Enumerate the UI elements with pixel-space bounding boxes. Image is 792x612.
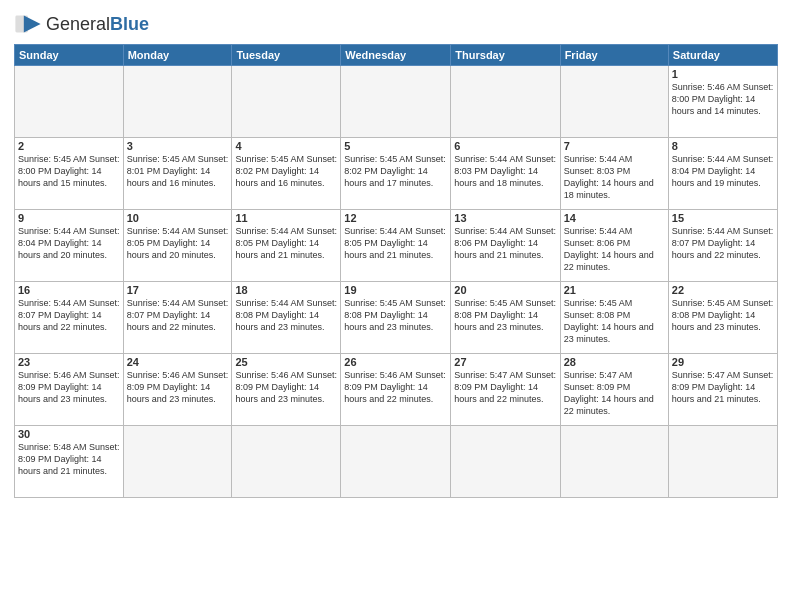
- day-number: 4: [235, 140, 337, 152]
- calendar-cell: 12Sunrise: 5:44 AM Sunset: 8:05 PM Dayli…: [341, 210, 451, 282]
- day-number: 27: [454, 356, 556, 368]
- day-number: 9: [18, 212, 120, 224]
- day-info: Sunrise: 5:44 AM Sunset: 8:07 PM Dayligh…: [18, 297, 120, 333]
- day-number: 11: [235, 212, 337, 224]
- day-number: 1: [672, 68, 774, 80]
- calendar-cell: 14Sunrise: 5:44 AM Sunset: 8:06 PM Dayli…: [560, 210, 668, 282]
- calendar-cell: [560, 426, 668, 498]
- svg-marker-1: [24, 16, 41, 33]
- calendar-cell: 27Sunrise: 5:47 AM Sunset: 8:09 PM Dayli…: [451, 354, 560, 426]
- calendar-cell: 5Sunrise: 5:45 AM Sunset: 8:02 PM Daylig…: [341, 138, 451, 210]
- day-info: Sunrise: 5:45 AM Sunset: 8:00 PM Dayligh…: [18, 153, 120, 189]
- day-number: 22: [672, 284, 774, 296]
- calendar-cell: 28Sunrise: 5:47 AM Sunset: 8:09 PM Dayli…: [560, 354, 668, 426]
- day-info: Sunrise: 5:46 AM Sunset: 8:09 PM Dayligh…: [235, 369, 337, 405]
- calendar-cell: 23Sunrise: 5:46 AM Sunset: 8:09 PM Dayli…: [15, 354, 124, 426]
- calendar-cell: 20Sunrise: 5:45 AM Sunset: 8:08 PM Dayli…: [451, 282, 560, 354]
- header: GeneralBlue: [14, 10, 778, 38]
- day-info: Sunrise: 5:45 AM Sunset: 8:08 PM Dayligh…: [564, 297, 665, 346]
- calendar-cell: 6Sunrise: 5:44 AM Sunset: 8:03 PM Daylig…: [451, 138, 560, 210]
- day-info: Sunrise: 5:45 AM Sunset: 8:02 PM Dayligh…: [344, 153, 447, 189]
- day-number: 7: [564, 140, 665, 152]
- day-number: 29: [672, 356, 774, 368]
- calendar: SundayMondayTuesdayWednesdayThursdayFrid…: [14, 44, 778, 498]
- calendar-cell: 17Sunrise: 5:44 AM Sunset: 8:07 PM Dayli…: [123, 282, 232, 354]
- day-number: 16: [18, 284, 120, 296]
- weekday-header-sunday: Sunday: [15, 45, 124, 66]
- week-row-2: 2Sunrise: 5:45 AM Sunset: 8:00 PM Daylig…: [15, 138, 778, 210]
- day-number: 18: [235, 284, 337, 296]
- calendar-cell: [451, 426, 560, 498]
- day-info: Sunrise: 5:44 AM Sunset: 8:06 PM Dayligh…: [564, 225, 665, 274]
- day-info: Sunrise: 5:47 AM Sunset: 8:09 PM Dayligh…: [564, 369, 665, 418]
- day-info: Sunrise: 5:44 AM Sunset: 8:04 PM Dayligh…: [18, 225, 120, 261]
- weekday-header-thursday: Thursday: [451, 45, 560, 66]
- day-number: 2: [18, 140, 120, 152]
- calendar-cell: 19Sunrise: 5:45 AM Sunset: 8:08 PM Dayli…: [341, 282, 451, 354]
- calendar-cell: [232, 426, 341, 498]
- day-number: 25: [235, 356, 337, 368]
- calendar-cell: [341, 426, 451, 498]
- day-number: 20: [454, 284, 556, 296]
- page: GeneralBlue SundayMondayTuesdayWednesday…: [0, 0, 792, 612]
- day-info: Sunrise: 5:47 AM Sunset: 8:09 PM Dayligh…: [454, 369, 556, 405]
- day-number: 5: [344, 140, 447, 152]
- calendar-cell: 2Sunrise: 5:45 AM Sunset: 8:00 PM Daylig…: [15, 138, 124, 210]
- day-info: Sunrise: 5:44 AM Sunset: 8:03 PM Dayligh…: [454, 153, 556, 189]
- week-row-6: 30Sunrise: 5:48 AM Sunset: 8:09 PM Dayli…: [15, 426, 778, 498]
- calendar-cell: [123, 426, 232, 498]
- calendar-cell: [668, 426, 777, 498]
- day-info: Sunrise: 5:44 AM Sunset: 8:05 PM Dayligh…: [127, 225, 229, 261]
- calendar-cell: 21Sunrise: 5:45 AM Sunset: 8:08 PM Dayli…: [560, 282, 668, 354]
- calendar-cell: 7Sunrise: 5:44 AM Sunset: 8:03 PM Daylig…: [560, 138, 668, 210]
- calendar-cell: 3Sunrise: 5:45 AM Sunset: 8:01 PM Daylig…: [123, 138, 232, 210]
- weekday-header-tuesday: Tuesday: [232, 45, 341, 66]
- calendar-cell: [451, 66, 560, 138]
- day-info: Sunrise: 5:45 AM Sunset: 8:01 PM Dayligh…: [127, 153, 229, 189]
- day-number: 10: [127, 212, 229, 224]
- calendar-cell: 16Sunrise: 5:44 AM Sunset: 8:07 PM Dayli…: [15, 282, 124, 354]
- weekday-header-monday: Monday: [123, 45, 232, 66]
- day-info: Sunrise: 5:44 AM Sunset: 8:07 PM Dayligh…: [127, 297, 229, 333]
- day-info: Sunrise: 5:44 AM Sunset: 8:06 PM Dayligh…: [454, 225, 556, 261]
- day-number: 24: [127, 356, 229, 368]
- day-number: 21: [564, 284, 665, 296]
- day-number: 14: [564, 212, 665, 224]
- calendar-cell: [123, 66, 232, 138]
- calendar-cell: 26Sunrise: 5:46 AM Sunset: 8:09 PM Dayli…: [341, 354, 451, 426]
- week-row-5: 23Sunrise: 5:46 AM Sunset: 8:09 PM Dayli…: [15, 354, 778, 426]
- calendar-cell: [15, 66, 124, 138]
- calendar-cell: 11Sunrise: 5:44 AM Sunset: 8:05 PM Dayli…: [232, 210, 341, 282]
- day-info: Sunrise: 5:48 AM Sunset: 8:09 PM Dayligh…: [18, 441, 120, 477]
- calendar-cell: [341, 66, 451, 138]
- day-info: Sunrise: 5:45 AM Sunset: 8:08 PM Dayligh…: [344, 297, 447, 333]
- logo-text: GeneralBlue: [46, 14, 149, 35]
- calendar-cell: 13Sunrise: 5:44 AM Sunset: 8:06 PM Dayli…: [451, 210, 560, 282]
- weekday-header-wednesday: Wednesday: [341, 45, 451, 66]
- calendar-cell: 25Sunrise: 5:46 AM Sunset: 8:09 PM Dayli…: [232, 354, 341, 426]
- day-number: 13: [454, 212, 556, 224]
- day-number: 12: [344, 212, 447, 224]
- day-number: 26: [344, 356, 447, 368]
- calendar-cell: 1Sunrise: 5:46 AM Sunset: 8:00 PM Daylig…: [668, 66, 777, 138]
- day-info: Sunrise: 5:44 AM Sunset: 8:05 PM Dayligh…: [235, 225, 337, 261]
- week-row-1: 1Sunrise: 5:46 AM Sunset: 8:00 PM Daylig…: [15, 66, 778, 138]
- day-number: 28: [564, 356, 665, 368]
- day-info: Sunrise: 5:46 AM Sunset: 8:09 PM Dayligh…: [344, 369, 447, 405]
- calendar-cell: 18Sunrise: 5:44 AM Sunset: 8:08 PM Dayli…: [232, 282, 341, 354]
- calendar-cell: 15Sunrise: 5:44 AM Sunset: 8:07 PM Dayli…: [668, 210, 777, 282]
- day-number: 23: [18, 356, 120, 368]
- day-info: Sunrise: 5:44 AM Sunset: 8:03 PM Dayligh…: [564, 153, 665, 202]
- logo: GeneralBlue: [14, 10, 149, 38]
- calendar-cell: 8Sunrise: 5:44 AM Sunset: 8:04 PM Daylig…: [668, 138, 777, 210]
- week-row-3: 9Sunrise: 5:44 AM Sunset: 8:04 PM Daylig…: [15, 210, 778, 282]
- day-number: 19: [344, 284, 447, 296]
- day-info: Sunrise: 5:44 AM Sunset: 8:07 PM Dayligh…: [672, 225, 774, 261]
- day-info: Sunrise: 5:47 AM Sunset: 8:09 PM Dayligh…: [672, 369, 774, 405]
- day-number: 17: [127, 284, 229, 296]
- day-info: Sunrise: 5:46 AM Sunset: 8:09 PM Dayligh…: [18, 369, 120, 405]
- day-info: Sunrise: 5:45 AM Sunset: 8:08 PM Dayligh…: [454, 297, 556, 333]
- weekday-header-row: SundayMondayTuesdayWednesdayThursdayFrid…: [15, 45, 778, 66]
- day-info: Sunrise: 5:44 AM Sunset: 8:08 PM Dayligh…: [235, 297, 337, 333]
- day-info: Sunrise: 5:46 AM Sunset: 8:00 PM Dayligh…: [672, 81, 774, 117]
